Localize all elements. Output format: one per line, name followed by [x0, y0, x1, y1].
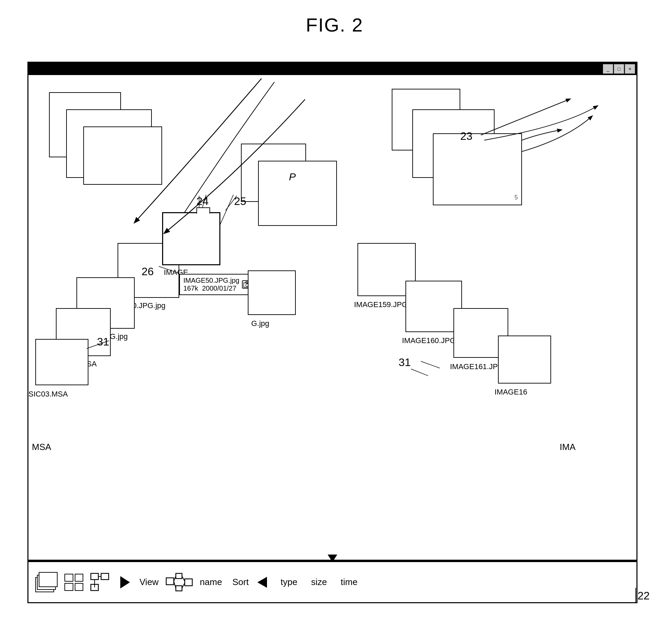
label-image159: IMAGE159.JPG [354, 300, 408, 309]
ref-31-right: 31 [399, 356, 411, 369]
thumb-sic03[interactable] [35, 339, 88, 385]
svg-rect-16 [101, 573, 109, 580]
label-gjpg: G.jpg [251, 319, 269, 328]
label-image160: IMAGE160.JPG [402, 336, 456, 345]
time-label[interactable]: time [341, 577, 357, 587]
stacked-windows-left [49, 92, 162, 185]
connected-boxes-icon[interactable] [166, 573, 193, 592]
name-label: name [200, 577, 222, 587]
thumb-image-selected[interactable] [162, 212, 220, 265]
grid-cell-3 [64, 583, 73, 591]
tooltip-tab [196, 207, 210, 214]
p-annotation: P [289, 171, 296, 183]
svg-rect-15 [91, 573, 98, 580]
ref-26: 26 [142, 265, 154, 278]
ref-23: 23 [460, 130, 473, 143]
tooltip-filename: IMAGE50.JPG.jpg [183, 277, 239, 284]
ref-22: 22 [637, 590, 650, 602]
grid-cell-2 [75, 574, 84, 582]
label-msa: MSA [32, 442, 51, 452]
content-area: 5 IMAGE30.JPG.jpg IMAGE20.JPG.jpg MUSIC0… [28, 75, 636, 561]
svg-rect-23 [185, 579, 192, 586]
label-image16x: IMAGE16 [495, 388, 527, 397]
minimize-button[interactable]: _ [603, 64, 613, 74]
tooltip-popup: IMAGE50.JPG.jpg 167k 2000/01/27 [179, 274, 256, 295]
thumb-gjpg[interactable] [248, 270, 296, 315]
size-label[interactable]: size [311, 577, 327, 587]
page-title: FIG. 2 [306, 14, 363, 36]
thumb-image16x[interactable] [498, 336, 551, 384]
ref-25: 25 [234, 195, 246, 208]
grid-cell-1 [64, 574, 73, 582]
view-label: View [139, 577, 159, 587]
maximize-button[interactable]: □ [614, 64, 624, 74]
label-image161: IMAGE161.JPG [450, 362, 504, 371]
title-bar: _ □ × [28, 63, 636, 75]
stacked-windows-mid [241, 144, 337, 226]
svg-rect-20 [166, 578, 174, 585]
stack-label: 5 [514, 194, 518, 201]
grid-icon[interactable] [64, 574, 83, 591]
toolbar: View name Sort type size time [28, 561, 636, 602]
tooltip-info: 167k 2000/01/27 [183, 284, 239, 292]
stack-icon[interactable] [35, 572, 58, 593]
sort-label: Sort [232, 577, 249, 587]
svg-rect-21 [176, 573, 182, 579]
sort-arrow[interactable] [257, 577, 267, 588]
stacked-windows-right: 5 [392, 89, 515, 205]
svg-rect-22 [176, 586, 182, 591]
play-triangle [120, 576, 130, 588]
thumb-stack-3c: 5 [433, 133, 522, 205]
thumb-stack-2b [258, 161, 337, 226]
tree-icon[interactable] [90, 573, 111, 592]
svg-line-1 [220, 195, 233, 226]
thumb-stack-1c [83, 126, 162, 185]
label-sic03: SIC03.MSA [28, 390, 68, 399]
svg-line-4 [411, 369, 428, 376]
play-button[interactable] [118, 576, 133, 588]
type-label[interactable]: type [281, 577, 297, 587]
grid-cell-4 [75, 583, 84, 591]
label-ima: IMA [560, 442, 575, 452]
svg-line-13 [421, 361, 440, 368]
close-button[interactable]: × [625, 64, 635, 74]
main-window: _ □ × [27, 62, 637, 603]
ref-24: 24 [196, 195, 209, 208]
ref-31-left: 31 [97, 336, 109, 348]
toolbar-indicator-arrow [328, 555, 337, 562]
